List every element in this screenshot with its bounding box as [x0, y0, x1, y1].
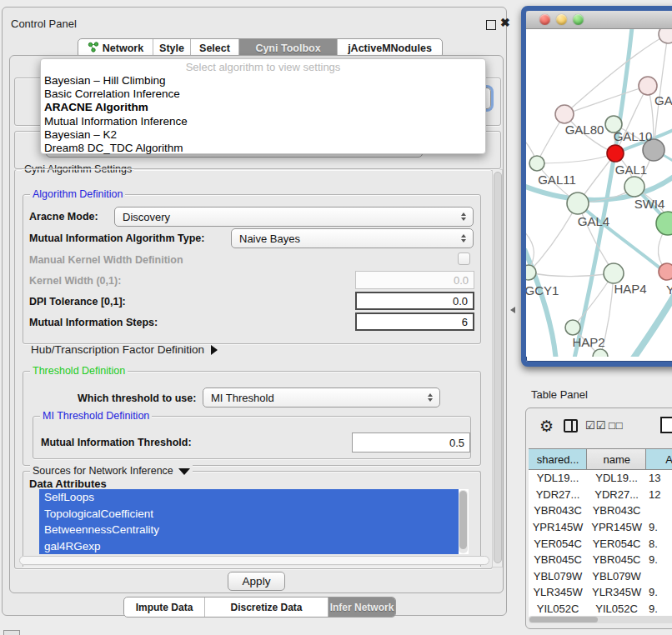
table-cell[interactable]: YPR145W	[529, 519, 587, 536]
network-edge[interactable]	[564, 34, 668, 114]
table-cell[interactable]: YER054C	[529, 535, 587, 552]
network-node[interactable]	[604, 263, 624, 283]
table-cell[interactable]: YDL19...	[529, 470, 587, 487]
table-cell[interactable]: YBR045C	[529, 552, 587, 568]
table-row[interactable]: YIL052CYIL052C9.	[529, 601, 672, 617]
mi-steps-field[interactable]: 6	[355, 312, 474, 331]
algorithm-option[interactable]: ARACNE Algorithm	[41, 101, 485, 114]
attribute-list-item[interactable]: gal4RGexp	[39, 538, 459, 555]
table-cell[interactable]: 9.	[646, 584, 672, 601]
attribute-list-item[interactable]: TopologicalCoefficient	[39, 506, 459, 522]
table-row[interactable]: YBR043CYBR043C	[529, 502, 672, 519]
network-node[interactable]	[659, 263, 672, 280]
table-row[interactable]: YER054CYER054C8.	[529, 535, 672, 552]
table-cell[interactable]: YBR045C	[587, 552, 646, 568]
table-cell[interactable]: YBR043C	[529, 502, 587, 519]
new-table-icon[interactable]	[660, 417, 672, 433]
attributes-scrollbar-thumb[interactable]	[459, 491, 467, 549]
tab-infer-network[interactable]: Infer Network	[328, 598, 395, 617]
network-edge[interactable]	[529, 203, 578, 272]
bottom-left-button-fragment[interactable]	[3, 630, 20, 635]
network-node[interactable]	[555, 105, 574, 123]
table-cell[interactable]: YIL052C	[587, 601, 646, 617]
table-cell[interactable]: 9.	[646, 519, 672, 536]
algorithm-option[interactable]: Bayesian – Hill Climbing	[41, 74, 485, 88]
table-hscrollbar-thumb[interactable]	[529, 617, 598, 622]
table-cell[interactable]: 9.	[646, 552, 672, 568]
table-row[interactable]: YBL079WYBL079W	[529, 568, 672, 585]
table-row[interactable]: YLR345WYLR345W9.	[529, 584, 672, 601]
splitter-collapse-icon[interactable]	[510, 307, 515, 313]
manual-kernel-checkbox[interactable]	[458, 252, 470, 265]
table-cell[interactable]: YER054C	[587, 535, 646, 552]
network-node[interactable]	[624, 177, 644, 197]
table-cell[interactable]: YLR345W	[587, 584, 646, 601]
column-header-name[interactable]: name	[587, 449, 646, 469]
float-window-icon[interactable]	[486, 20, 496, 30]
network-canvas[interactable]: GAL80GAL10GAL1GAL11GAL4SWI4GCY1HAP4HAP2G…	[526, 29, 672, 357]
hub-definition-expander[interactable]: Hub/Transcription Factor Definition	[31, 343, 218, 356]
settings-vscrollbar-thumb[interactable]	[494, 172, 502, 563]
network-window-titlebar[interactable]	[526, 11, 672, 29]
table-cell[interactable]: YDR27...	[529, 487, 587, 503]
kernel-width-field[interactable]: 0.0	[355, 271, 474, 289]
table-row[interactable]: YDR27...YDR27...12	[529, 487, 672, 503]
which-threshold-combo[interactable]: MI Threshold	[203, 388, 440, 408]
table-cell[interactable]: 9.	[646, 601, 672, 617]
table-cell[interactable]: YBL079W	[529, 568, 587, 585]
attribute-list-item[interactable]: SelfLoops	[39, 489, 459, 506]
table-cell[interactable]: YDR27...	[587, 487, 646, 503]
column-header-shared[interactable]: shared...	[529, 449, 587, 469]
apply-button[interactable]: Apply	[228, 572, 285, 591]
tab-label: Impute Data	[136, 602, 193, 613]
table-cell[interactable]: 12	[646, 487, 672, 503]
network-node[interactable]	[607, 145, 624, 162]
select-all-icon[interactable]: ☑☑	[585, 419, 606, 432]
network-node[interactable]	[639, 77, 657, 95]
table-cell[interactable]: 13	[646, 470, 672, 487]
sources-collapser[interactable]: Sources for Network Inference	[30, 465, 193, 477]
deselect-all-icon[interactable]: □□	[609, 419, 624, 432]
algorithm-option[interactable]: Dream8 DC_TDC Algorithm	[41, 142, 485, 155]
algorithm-option[interactable]: Bayesian – K2	[41, 128, 485, 142]
column-header-a[interactable]: A	[646, 449, 672, 469]
network-edge[interactable]	[529, 272, 614, 277]
network-node[interactable]	[659, 29, 672, 43]
table-row[interactable]: YBR045CYBR045C9.	[529, 552, 672, 568]
table-cell[interactable]: YIL052C	[529, 601, 587, 617]
zoom-traffic-icon[interactable]	[573, 14, 584, 25]
table-row[interactable]: YPR145WYPR145W9.	[529, 519, 672, 536]
network-node[interactable]	[656, 212, 672, 235]
network-edge[interactable]	[537, 153, 615, 163]
dpi-tolerance-field[interactable]: 0.0	[355, 292, 474, 310]
table-cell[interactable]	[646, 568, 672, 585]
table-cell[interactable]: YBR043C	[587, 502, 646, 519]
mi-threshold-field[interactable]: 0.5	[352, 432, 470, 452]
tab-discretize-data[interactable]: Discretize Data	[205, 598, 328, 617]
settings-hscrollbar[interactable]	[19, 556, 489, 565]
table-cell[interactable]: YLR345W	[529, 584, 587, 601]
attribute-list-item[interactable]: BetweennessCentrality	[39, 522, 459, 538]
close-traffic-icon[interactable]	[539, 14, 550, 25]
algorithm-option[interactable]: Basic Correlation Inference	[41, 88, 485, 101]
column-browser-icon[interactable]	[564, 419, 578, 432]
table-cell[interactable]: YPR145W	[587, 519, 646, 536]
network-edge[interactable]	[631, 291, 672, 357]
table-row[interactable]: YDL19...YDL19...13	[529, 470, 672, 487]
network-node[interactable]	[565, 320, 580, 335]
close-icon[interactable]: ✖	[500, 16, 510, 29]
table-cell[interactable]	[646, 502, 672, 519]
network-view-window[interactable]: GAL80GAL10GAL1GAL11GAL4SWI4GCY1HAP4HAP2G…	[521, 6, 672, 367]
mi-type-combo[interactable]: Naive Bayes	[231, 228, 474, 248]
minimize-traffic-icon[interactable]	[556, 14, 567, 25]
network-node[interactable]	[526, 265, 536, 280]
algorithm-option[interactable]: Mutual Information Inference	[41, 115, 485, 128]
table-cell[interactable]: YBL079W	[587, 568, 646, 585]
network-node[interactable]	[529, 156, 544, 171]
network-node[interactable]	[567, 192, 589, 214]
aracne-mode-combo[interactable]: Discovery	[114, 207, 474, 227]
table-cell[interactable]: 8.	[646, 535, 672, 552]
gear-icon[interactable]: ⚙	[539, 417, 554, 436]
table-cell[interactable]: YDL19...	[587, 470, 646, 487]
tab-impute-data[interactable]: Impute Data	[124, 598, 205, 617]
